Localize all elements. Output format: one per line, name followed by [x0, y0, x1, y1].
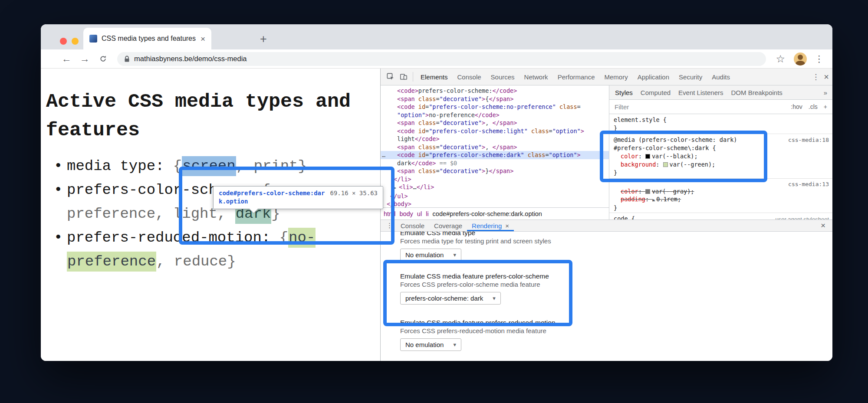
breadcrumb-item[interactable]: body — [399, 210, 413, 217]
dom-tree-line[interactable]: <span class="decorative">, </span> — [381, 119, 609, 127]
drawer-tab-coverage[interactable]: Coverage — [429, 220, 467, 231]
dom-tree-line[interactable]: <span class="decorative">, </span> — [381, 143, 609, 151]
new-style-rule-icon[interactable]: + — [824, 103, 827, 110]
close-window-button[interactable] — [60, 38, 67, 45]
class-toggle[interactable]: .cls — [809, 103, 818, 110]
styles-tab-computed[interactable]: Computed — [637, 89, 674, 96]
breadcrumb-item[interactable]: li — [426, 210, 428, 217]
browser-menu-icon[interactable]: ⋮ — [812, 54, 826, 64]
devtools-tab-memory[interactable]: Memory — [600, 69, 633, 85]
page-text-segment: , reduce} — [156, 253, 236, 270]
emulation-section: Emulate CSS media typeForces media type … — [400, 232, 832, 261]
emulation-description: Forces media type for testing print and … — [400, 237, 832, 245]
page-text-segment: media type: — [67, 158, 173, 174]
dom-tree-line[interactable]: <span class="decorative">{</span> — [381, 95, 609, 103]
devtools-tab-security[interactable]: Security — [674, 69, 707, 85]
device-toolbar-icon[interactable] — [397, 70, 410, 83]
drawer-menu-icon[interactable]: ⋮ — [383, 222, 396, 229]
emulation-select[interactable]: No emulation▾ — [400, 338, 461, 351]
chevron-down-icon: ▾ — [453, 252, 456, 258]
styles-tab-event-listeners[interactable]: Event Listeners — [674, 89, 727, 96]
filter-input[interactable]: Filter — [615, 103, 629, 111]
back-icon[interactable]: ← — [58, 51, 75, 67]
dom-tree-line[interactable]: <code id="prefers-color-scheme:no-prefer… — [381, 103, 609, 111]
devtools-tab-audits[interactable]: Audits — [707, 69, 735, 85]
dom-tree-line[interactable]: ▶ <li>…</li> — [381, 183, 609, 192]
browser-tab[interactable]: CSS media types and features × — [83, 28, 211, 49]
reload-icon[interactable] — [95, 51, 111, 67]
dom-tree-line[interactable]: "option">no-preference</code> — [381, 111, 609, 119]
styles-sidebar: StylesComputedEvent ListenersDOM Breakpo… — [609, 85, 832, 220]
lock-icon — [124, 56, 130, 62]
source-link[interactable]: css-media:13 — [788, 180, 829, 188]
media-feature-list: •media type: {screen, print}•prefers-col… — [41, 154, 380, 274]
dom-tree-line[interactable]: dark</code> == $0 — [381, 159, 609, 167]
emulation-select[interactable]: No emulation▾ — [400, 249, 461, 261]
emulation-section: Emulate CSS media feature prefers-reduce… — [400, 319, 832, 351]
source-link[interactable]: css-media:18 — [788, 136, 829, 144]
dom-tree-line[interactable]: …<code id="prefers-color-scheme:dark" cl… — [381, 151, 609, 159]
dom-tree-line[interactable]: light</code> — [381, 135, 609, 143]
dom-tree-line[interactable]: <code id="prefers-color-scheme:light" cl… — [381, 127, 609, 135]
dom-tree-line[interactable]: <code>prefers-color-scheme:</code> — [381, 87, 609, 95]
forward-icon[interactable]: → — [76, 51, 93, 67]
devtools-tab-sources[interactable]: Sources — [486, 69, 519, 85]
page-list-line: •media type: {screen, print} — [41, 154, 380, 178]
devtools-tab-elements[interactable]: Elements — [416, 69, 453, 85]
browser-window: CSS media types and features × + ← → mat… — [41, 24, 832, 361]
elements-panel: <code>prefers-color-scheme:</code><span … — [381, 85, 609, 220]
style-rule-overridden[interactable]: css-media:13 color: var(--gray);padding:… — [609, 179, 832, 213]
inspect-element-icon[interactable] — [384, 70, 397, 83]
css-property[interactable]: color: var(--black); — [614, 152, 828, 161]
chevron-down-icon: ▾ — [453, 341, 456, 348]
inspect-tooltip: code#prefers-color-scheme:dar69.16 × 35.… — [213, 186, 383, 209]
breadcrumb-item[interactable]: ul — [417, 210, 422, 217]
page-text-segment: preference, light, — [67, 206, 235, 222]
emulation-select[interactable]: prefers-color-scheme: dark▾ — [400, 292, 501, 305]
more-tabs-icon[interactable]: » — [820, 89, 831, 96]
breadcrumb-item[interactable]: code#prefers-color-scheme:dark.option — [433, 210, 542, 217]
devtools-tab-console[interactable]: Console — [453, 69, 486, 85]
styles-tab-dom-breakpoints[interactable]: DOM Breakpoints — [727, 89, 786, 96]
css-property[interactable]: padding: ▶0.1rem; — [614, 195, 828, 204]
tab-close-icon[interactable]: × — [201, 35, 205, 43]
emulation-section: Emulate CSS media feature prefers-color-… — [400, 272, 832, 305]
css-property[interactable]: color: var(--gray); — [614, 187, 828, 195]
devtools-tab-application[interactable]: Application — [633, 69, 674, 85]
address-bar[interactable]: mathiasbynens.be/demo/css-media — [117, 52, 766, 66]
bullet-marker: • — [54, 226, 62, 250]
drawer-close-icon[interactable]: × — [816, 221, 830, 230]
drawer-tab-bar: ⋮ ConsoleCoverageRendering× × — [381, 220, 832, 232]
styles-content: element.style { } css-media:18 @media (p… — [609, 114, 832, 220]
dom-tree-line[interactable]: </ul> — [381, 192, 609, 200]
style-rule-media-dark[interactable]: css-media:18 @media (prefers-color-schem… — [609, 134, 832, 179]
page-text-segment: no- — [288, 228, 316, 248]
style-rule-user-agent[interactable]: user agent stylesheet code { — [609, 213, 832, 220]
element-dimensions: 69.16 × 35.63 — [330, 190, 378, 197]
breadcrumb-item[interactable]: html — [384, 210, 395, 217]
minimize-window-button[interactable] — [72, 38, 79, 45]
styles-tab-styles[interactable]: Styles — [611, 89, 637, 96]
devtools-tab-performance[interactable]: Performance — [553, 69, 600, 85]
dom-tree-line[interactable]: <span class="decorative">}</span> — [381, 167, 609, 175]
drawer-tab-close-icon[interactable]: × — [505, 222, 509, 229]
css-property[interactable]: background: var(--green); — [614, 161, 828, 169]
bookmark-star-icon[interactable]: ☆ — [772, 53, 789, 65]
drawer-tab-console[interactable]: Console — [396, 220, 429, 231]
emulation-title: Emulate CSS media feature prefers-reduce… — [400, 319, 832, 327]
new-tab-button[interactable]: + — [260, 33, 267, 45]
devtools-menu-icon[interactable]: ⋮ — [812, 72, 819, 82]
devtools-tab-network[interactable]: Network — [519, 69, 553, 85]
chevron-down-icon: ▾ — [493, 295, 496, 301]
pseudo-state-toggle[interactable]: :hov — [791, 103, 802, 110]
devtools-tabs: ElementsConsoleSourcesNetworkPerformance… — [416, 69, 735, 85]
dom-tree-line[interactable]: </body> — [381, 200, 609, 207]
emulation-description: Forces CSS prefers-reduced-motion media … — [400, 327, 832, 334]
emulation-description: Forces CSS prefers-color-scheme media fe… — [400, 281, 832, 288]
page-text-segment: prefers-reduced-motion: — [67, 229, 279, 246]
devtools-close-icon[interactable]: × — [824, 72, 829, 82]
dom-tree-line[interactable]: </li> — [381, 175, 609, 183]
drawer-tab-rendering[interactable]: Rendering× — [467, 220, 514, 231]
style-rule-element-style[interactable]: element.style { } — [609, 114, 832, 134]
profile-avatar[interactable] — [794, 52, 807, 66]
